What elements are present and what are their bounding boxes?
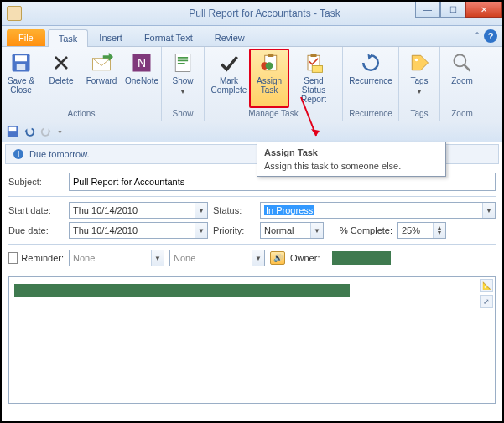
start-date-picker[interactable]: Thu 10/14/2010▼ [69,202,208,219]
recurrence-button[interactable]: Recurrence [346,49,396,108]
svg-rect-2 [17,64,26,70]
status-dropdown[interactable]: In Progress▼ [260,202,496,219]
dropdown-arrow-icon: ▼ [195,223,207,238]
dropdown-arrow-icon: ▼ [252,250,264,266]
ribbon-tabs: File Task Insert Format Text Review ˆ ? [2,26,502,47]
maximize-button[interactable]: ☐ [440,2,465,18]
svg-rect-15 [311,54,317,58]
mark-complete-button[interactable]: Mark Complete [209,49,249,108]
reminder-sound-button[interactable]: 🔊 [270,251,285,265]
due-date-label: Due date: [8,225,64,235]
group-recurrence: Recurrence [346,108,395,119]
redo-icon[interactable] [40,126,52,137]
svg-point-18 [454,54,465,66]
dropdown-arrow-icon: ▼ [151,250,164,266]
group-show: Show [165,108,200,119]
qat-more-icon[interactable]: ▼ [57,129,63,135]
tags-icon [408,51,431,75]
pct-complete-label: % Complete: [329,225,392,235]
tooltip: Assign Task Assign this task to someone … [257,142,446,177]
delete-button[interactable]: Delete [41,49,81,108]
body-redacted-line [14,284,350,297]
tags-button[interactable]: Tags ▼ [402,49,437,108]
priority-label: Priority: [213,225,255,235]
save-icon[interactable] [7,126,18,137]
save-close-icon [9,51,33,75]
minimize-ribbon-icon[interactable]: ˆ [475,31,479,41]
tooltip-body: Assign this task to someone else. [264,161,439,171]
callout-arrow-icon [299,95,325,146]
show-button[interactable]: Show ▼ [165,49,200,108]
info-icon: i [13,148,24,160]
minimize-button[interactable]: — [415,2,440,18]
svg-rect-7 [178,57,188,59]
forward-button[interactable]: Forward [81,49,122,108]
show-icon [171,51,195,75]
tab-format-text[interactable]: Format Text [133,28,204,46]
pct-complete-spinner[interactable]: 25%▲▼ [397,222,446,239]
help-icon[interactable]: ? [484,29,497,43]
zoom-icon [450,51,474,75]
ribbon: Save & Close Delete Forward N OneNote Ac… [2,47,502,121]
tab-task[interactable]: Task [48,29,89,47]
send-status-icon [302,51,325,75]
dropdown-arrow-icon: ▼ [310,223,323,238]
recurrence-icon [359,51,382,75]
info-text: Due tomorrow. [29,149,90,159]
title-bar: Pull Report for Accountants - Task — ☐ ✕ [2,2,502,26]
subject-label: Subject: [8,177,64,187]
svg-rect-8 [178,60,188,62]
svg-text:i: i [18,150,19,159]
onenote-button[interactable]: N OneNote [122,49,162,108]
group-tags: Tags [403,108,436,119]
quick-access-toolbar: ▼ [2,121,502,142]
forward-icon [90,51,113,75]
svg-rect-9 [178,63,185,64]
spinner-arrows-icon: ▲▼ [433,223,445,238]
expand-icon[interactable]: ⤢ [480,295,493,308]
dropdown-icon: ▼ [180,87,186,96]
dropdown-arrow-icon: ▼ [195,203,207,218]
status-label: Status: [213,205,255,215]
zoom-button[interactable]: Zoom [444,49,480,108]
reminder-date-picker[interactable]: None▼ [69,250,164,266]
group-actions: Actions [5,108,158,119]
close-button[interactable]: ✕ [465,2,502,18]
tooltip-title: Assign Task [264,147,439,157]
checkmark-icon [217,51,241,75]
dropdown-icon: ▼ [417,87,423,96]
reminder-checkbox[interactable]: Reminder: [8,252,64,264]
assign-task-button[interactable]: Assign Task [249,49,289,108]
tab-insert[interactable]: Insert [88,28,133,46]
priority-dropdown[interactable]: Normal▼ [260,222,324,239]
svg-rect-1 [15,55,27,61]
onenote-icon: N [130,51,153,75]
svg-rect-21 [9,127,17,131]
owner-label: Owner: [290,253,327,263]
undo-icon[interactable] [23,126,35,137]
svg-text:N: N [138,56,146,70]
task-body[interactable]: 📐 ⤢ [8,276,496,404]
dropdown-arrow-icon: ▼ [482,203,495,218]
due-date-picker[interactable]: Thu 10/14/2010▼ [69,222,208,239]
task-doc-icon [7,6,22,21]
reminder-time-picker[interactable]: None▼ [169,250,265,266]
tab-file[interactable]: File [7,29,45,46]
svg-rect-16 [312,66,322,73]
delete-icon [49,51,73,75]
svg-rect-11 [268,54,273,58]
assign-task-icon [257,51,281,75]
save-close-button[interactable]: Save & Close [1,49,41,108]
tab-review[interactable]: Review [204,28,256,46]
svg-point-17 [415,59,418,62]
ruler-icon[interactable]: 📐 [480,279,493,292]
svg-point-13 [266,62,273,70]
task-form: Subject: Start date: Thu 10/14/2010▼ Sta… [2,166,502,273]
svg-line-19 [465,65,470,71]
owner-value [332,251,391,265]
start-date-label: Start date: [8,205,64,215]
group-zoom: Zoom [444,108,481,119]
